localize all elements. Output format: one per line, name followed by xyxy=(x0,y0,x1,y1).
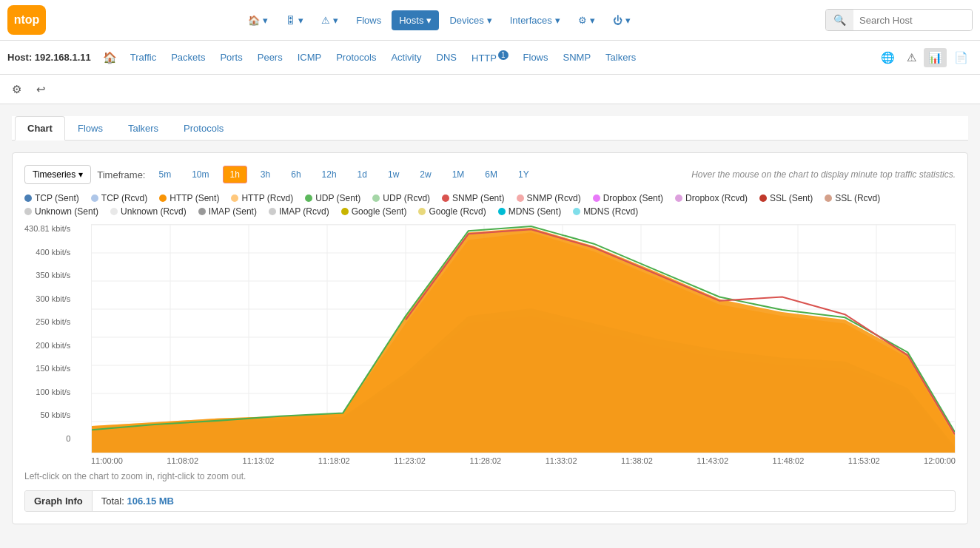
tf-1d[interactable]: 1d xyxy=(350,166,375,183)
chart-panel: Timeseries ▾ Timeframe: 5m 10m 1h 3h 6h … xyxy=(12,152,968,524)
search-button[interactable]: 🔍 xyxy=(826,10,853,30)
legend-dot xyxy=(269,208,276,215)
x-axis-label: 12:00:00 xyxy=(924,456,956,465)
tf-10m[interactable]: 10m xyxy=(184,166,216,183)
warning-icon[interactable]: ⚠ xyxy=(902,48,921,67)
hostbar-dns[interactable]: DNS xyxy=(431,49,463,66)
legend-dot xyxy=(517,194,524,202)
hostbar-protocols[interactable]: Protocols xyxy=(330,49,382,66)
nav-power[interactable]: ⏻ ▾ xyxy=(605,10,638,30)
legend-label: SNMP (Sent) xyxy=(452,193,504,203)
legend-dot xyxy=(573,208,580,215)
timeseries-chevron: ▾ xyxy=(78,169,83,180)
tf-2w[interactable]: 2w xyxy=(412,166,438,183)
hostbar-activity[interactable]: Activity xyxy=(385,49,427,66)
tf-5m[interactable]: 5m xyxy=(151,166,178,183)
x-axis-label: 11:33:02 xyxy=(546,456,577,465)
legend-dot xyxy=(498,208,506,215)
tab-talkers[interactable]: Talkers xyxy=(115,116,171,141)
legend-label: MDNS (Rcvd) xyxy=(583,206,638,217)
document-icon[interactable]: 📄 xyxy=(950,48,973,67)
tf-1w[interactable]: 1w xyxy=(380,166,406,183)
host-bar: Host: 192.168.1.11 🏠 Traffic Packets Por… xyxy=(0,41,980,75)
legend-item: MDNS (Sent) xyxy=(498,206,561,217)
tf-1h[interactable]: 1h xyxy=(223,166,247,183)
nav-dashboard[interactable]: 🎛 ▾ xyxy=(278,10,311,30)
main-content: Chart Flows Talkers Protocols Timeseries… xyxy=(0,104,980,536)
legend-item: TCP (Sent) xyxy=(24,193,79,203)
nav-alerts[interactable]: ⚠ ▾ xyxy=(314,10,346,30)
nav-devices[interactable]: Devices ▾ xyxy=(442,10,499,30)
hostbar-http[interactable]: HTTP1 xyxy=(466,48,514,67)
tf-3h[interactable]: 3h xyxy=(253,166,278,183)
hostbar-peers[interactable]: Peers xyxy=(252,49,289,66)
logo-text: ntop xyxy=(14,13,40,27)
x-axis-label: 11:23:02 xyxy=(394,456,426,465)
nav-hosts[interactable]: Hosts ▾ xyxy=(392,10,439,30)
tf-6m[interactable]: 6M xyxy=(477,166,505,183)
legend-item: Dropbox (Rcvd) xyxy=(675,193,748,203)
legend-label: Google (Rcvd) xyxy=(429,206,486,217)
legend-label: SSL (Rcvd) xyxy=(835,193,880,203)
nav-flows[interactable]: Flows xyxy=(349,10,389,30)
legend-dot xyxy=(825,194,832,202)
legend-label: IMAP (Sent) xyxy=(209,206,257,217)
hostbar-flows[interactable]: Flows xyxy=(517,49,554,66)
legend-item: HTTP (Sent) xyxy=(159,193,219,203)
chart-icon[interactable]: 📊 xyxy=(924,48,947,67)
chart-controls: Timeseries ▾ Timeframe: 5m 10m 1h 3h 6h … xyxy=(24,165,956,184)
timeseries-dropdown[interactable]: Timeseries ▾ xyxy=(24,165,91,184)
hostbar-traffic[interactable]: Traffic xyxy=(124,49,162,66)
hosts-chevron: ▾ xyxy=(426,15,432,26)
nav-center: 🏠 ▾ 🎛 ▾ ⚠ ▾ Flows Hosts ▾ Devices ▾ Inte… xyxy=(61,10,818,30)
chart-svg[interactable] xyxy=(91,224,956,453)
host-home-icon[interactable]: 🏠 xyxy=(98,48,121,67)
hostbar-ports[interactable]: Ports xyxy=(214,49,248,66)
tf-1m[interactable]: 1M xyxy=(445,166,472,183)
hostbar-packets[interactable]: Packets xyxy=(165,49,211,66)
legend-label: SSL (Sent) xyxy=(770,193,813,203)
nav-settings[interactable]: ⚙ ▾ xyxy=(571,10,603,30)
alert-icon: ⚠ xyxy=(321,15,330,26)
nav-home[interactable]: 🏠 ▾ xyxy=(241,10,275,30)
nav-interfaces[interactable]: Interfaces ▾ xyxy=(503,10,568,30)
legend-label: Dropbox (Rcvd) xyxy=(685,193,748,203)
legend-dot xyxy=(24,194,32,202)
legend-dot xyxy=(159,194,167,202)
back-button[interactable]: ↩ xyxy=(32,80,50,99)
tf-6h[interactable]: 6h xyxy=(283,166,308,183)
chart-legend: TCP (Sent)TCP (Rcvd)HTTP (Sent)HTTP (Rcv… xyxy=(24,193,956,217)
globe-icon[interactable]: 🌐 xyxy=(876,48,899,67)
chart-tabs: Chart Flows Talkers Protocols xyxy=(12,116,968,141)
hostbar-icmp[interactable]: ICMP xyxy=(292,49,328,66)
tab-protocols[interactable]: Protocols xyxy=(171,116,236,141)
graph-info-label: Graph Info xyxy=(25,491,93,511)
legend-dot xyxy=(418,208,426,215)
legend-label: Google (Sent) xyxy=(352,206,407,217)
legend-item: MDNS (Rcvd) xyxy=(573,206,638,217)
legend-item: UDP (Rcvd) xyxy=(372,193,430,203)
legend-item: IMAP (Sent) xyxy=(198,206,257,217)
dashboard-icon: 🎛 xyxy=(286,15,295,26)
legend-item: SNMP (Sent) xyxy=(442,193,504,203)
tf-12h[interactable]: 12h xyxy=(315,166,344,183)
search-input[interactable] xyxy=(853,10,972,30)
tab-chart[interactable]: Chart xyxy=(15,116,65,141)
gear-button[interactable]: ⚙ xyxy=(7,80,26,99)
legend-dot xyxy=(372,194,380,202)
y-axis-label: 200 kbit/s xyxy=(36,341,70,350)
legend-label: Dropbox (Sent) xyxy=(603,193,663,203)
legend-label: HTTP (Sent) xyxy=(170,193,219,203)
legend-item: SNMP (Rcvd) xyxy=(517,193,581,203)
tf-1y[interactable]: 1Y xyxy=(511,166,537,183)
legend-label: Unknown (Sent) xyxy=(35,206,98,217)
dashboard-chevron: ▾ xyxy=(298,15,303,26)
logo: ntop xyxy=(7,5,46,35)
legend-label: MDNS (Sent) xyxy=(509,206,561,217)
legend-item: HTTP (Rcvd) xyxy=(231,193,293,203)
tab-flows[interactable]: Flows xyxy=(65,116,115,141)
chart-hint: Hover the mouse on the chart to display … xyxy=(691,169,956,180)
hostbar-snmp[interactable]: SNMP xyxy=(557,49,597,66)
host-label: Host: 192.168.1.11 xyxy=(7,52,91,63)
hostbar-talkers[interactable]: Talkers xyxy=(600,49,642,66)
